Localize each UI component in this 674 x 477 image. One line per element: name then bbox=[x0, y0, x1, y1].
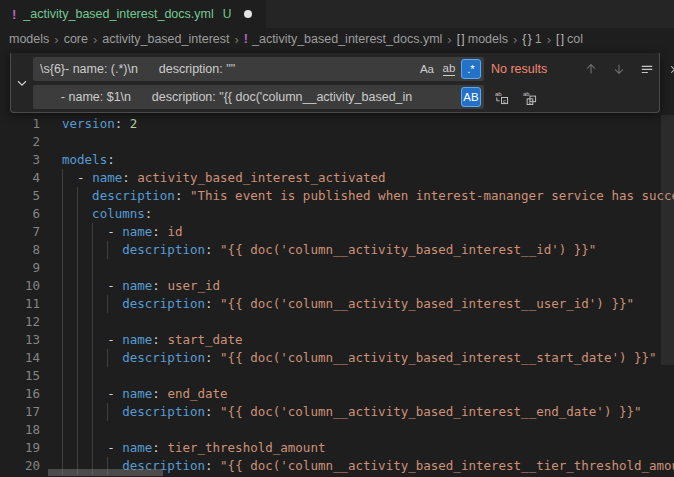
find-options: Aa ab .* bbox=[417, 59, 481, 79]
code-line-content[interactable]: - name: end_date bbox=[40, 385, 674, 403]
line-number[interactable]: 19 bbox=[0, 439, 40, 457]
code-line: 17 description: "{{ doc('column__activit… bbox=[0, 403, 674, 421]
line-number[interactable]: 7 bbox=[0, 223, 40, 241]
code-line-content[interactable]: - name: activity_based_interest_activate… bbox=[40, 169, 674, 187]
code-line-content[interactable]: description: "{{ doc('column__activity_b… bbox=[40, 295, 674, 313]
arrow-up-icon bbox=[584, 62, 598, 76]
code-line-content[interactable]: description: "This event is published wh… bbox=[40, 187, 674, 205]
breadcrumb-label: _activity_based_interest_docs.yml bbox=[252, 32, 442, 46]
find-in-selection-button[interactable] bbox=[636, 59, 657, 80]
indent-guide bbox=[77, 187, 78, 205]
whole-word-button[interactable]: ab bbox=[439, 59, 459, 79]
code-line: 14 description: "{{ doc('column__activit… bbox=[0, 349, 674, 367]
tab-activity-based-interest-docs[interactable]: ! _activity_based_interest_docs.yml U bbox=[0, 0, 267, 28]
code-line-content[interactable] bbox=[40, 367, 674, 385]
object-symbol-icon: { } bbox=[522, 32, 530, 46]
indent-guide bbox=[62, 367, 63, 385]
code-line: 15 bbox=[0, 367, 674, 385]
code-line-content[interactable]: version: 2 bbox=[40, 115, 674, 133]
code-line-content[interactable]: - name: user_id bbox=[40, 277, 674, 295]
close-icon bbox=[668, 63, 674, 76]
code-line-content[interactable] bbox=[40, 133, 674, 151]
line-number[interactable]: 9 bbox=[0, 259, 40, 277]
line-number[interactable]: 3 bbox=[0, 151, 40, 169]
breadcrumb-item-1[interactable]: { }1 bbox=[522, 32, 541, 46]
indent-guide bbox=[107, 241, 108, 259]
code-line: 9 bbox=[0, 259, 674, 277]
code-line-content[interactable]: - name: id bbox=[40, 223, 674, 241]
next-match-button[interactable] bbox=[608, 59, 629, 80]
line-number[interactable]: 5 bbox=[0, 187, 40, 205]
match-case-button[interactable]: Aa bbox=[417, 59, 437, 79]
replace-input-wrap: AB bbox=[33, 85, 484, 109]
indent-guide bbox=[77, 223, 78, 241]
vertical-scrollbar[interactable] bbox=[661, 115, 674, 365]
code-line: 5 description: "This event is published … bbox=[0, 187, 674, 205]
indent-guide bbox=[92, 295, 93, 313]
breadcrumb-label: models bbox=[9, 32, 49, 46]
previous-match-button[interactable] bbox=[580, 59, 601, 80]
replace-input[interactable] bbox=[33, 85, 484, 109]
line-number[interactable]: 14 bbox=[0, 349, 40, 367]
code-line-content[interactable]: description: "{{ doc('column__activity_b… bbox=[40, 349, 674, 367]
indent-guide bbox=[62, 223, 63, 241]
close-button[interactable] bbox=[664, 59, 674, 80]
code-line-content[interactable]: description: "{{ doc('column__activity_b… bbox=[40, 241, 674, 259]
breadcrumb-item-col[interactable]: [ ]col bbox=[556, 32, 583, 46]
replace-all-button[interactable]: abc bbox=[519, 87, 540, 108]
breadcrumb-item-_activity_based_interest_docs.yml[interactable]: !_activity_based_interest_docs.yml bbox=[244, 32, 443, 46]
code-line-content[interactable]: - name: start_date bbox=[40, 331, 674, 349]
replace-button[interactable]: abc bbox=[491, 87, 512, 108]
horizontal-scrollbar[interactable] bbox=[48, 469, 163, 476]
array-symbol-icon: [ ] bbox=[457, 32, 464, 46]
breadcrumb-item-core[interactable]: core bbox=[64, 32, 88, 46]
breadcrumb-item-models[interactable]: models bbox=[9, 32, 49, 46]
line-number[interactable]: 13 bbox=[0, 331, 40, 349]
code-line-content[interactable]: models: bbox=[40, 151, 674, 169]
code-line: 2 bbox=[0, 133, 674, 151]
line-number[interactable]: 20 bbox=[0, 457, 40, 475]
find-input-wrap: Aa ab .* bbox=[33, 57, 484, 81]
preserve-case-button[interactable]: AB bbox=[461, 87, 481, 107]
line-number[interactable]: 15 bbox=[0, 367, 40, 385]
indent-guide bbox=[77, 295, 78, 313]
code-line-content[interactable] bbox=[40, 421, 674, 439]
modified-dot-icon[interactable] bbox=[244, 10, 252, 18]
line-number[interactable]: 11 bbox=[0, 295, 40, 313]
line-number[interactable]: 18 bbox=[0, 421, 40, 439]
code-line-content[interactable] bbox=[40, 313, 674, 331]
line-number[interactable]: 17 bbox=[0, 403, 40, 421]
indent-guide bbox=[62, 385, 63, 403]
indent-guide bbox=[62, 331, 63, 349]
breadcrumb-item-models[interactable]: [ ]models bbox=[457, 32, 508, 46]
breadcrumb-label: 1 bbox=[535, 32, 542, 46]
indent-guide bbox=[62, 169, 63, 187]
indent-guide bbox=[77, 205, 78, 223]
code-line-content[interactable]: - name: tier_threshold_amount bbox=[40, 439, 674, 457]
toggle-replace-button[interactable] bbox=[11, 53, 32, 112]
indent-guide bbox=[92, 241, 93, 259]
line-number[interactable]: 2 bbox=[0, 133, 40, 151]
tab-bar: ! _activity_based_interest_docs.yml U bbox=[0, 0, 674, 28]
indent-guide bbox=[77, 331, 78, 349]
regex-button[interactable]: .* bbox=[461, 59, 481, 79]
yaml-file-icon: ! bbox=[12, 7, 16, 22]
line-number[interactable]: 8 bbox=[0, 241, 40, 259]
line-number[interactable]: 10 bbox=[0, 277, 40, 295]
line-number[interactable]: 1 bbox=[0, 115, 40, 133]
editor-code-area[interactable]: 1version: 223models:4 - name: activity_b… bbox=[0, 115, 674, 475]
code-line-content[interactable]: description: "{{ doc('column__activity_b… bbox=[40, 403, 674, 421]
line-number[interactable]: 16 bbox=[0, 385, 40, 403]
git-status-badge: U bbox=[223, 7, 232, 21]
code-line: 10 - name: user_id bbox=[0, 277, 674, 295]
indent-guide bbox=[92, 223, 93, 241]
line-number[interactable]: 12 bbox=[0, 313, 40, 331]
svg-text:c: c bbox=[503, 97, 506, 103]
line-number[interactable]: 6 bbox=[0, 205, 40, 223]
arrow-down-icon bbox=[612, 62, 626, 76]
code-line-content[interactable] bbox=[40, 259, 674, 277]
code-line-content[interactable]: columns: bbox=[40, 205, 674, 223]
breadcrumb-item-activity_based_interest[interactable]: activity_based_interest bbox=[102, 32, 229, 46]
line-number[interactable]: 4 bbox=[0, 169, 40, 187]
breadcrumb-label: activity_based_interest bbox=[102, 32, 229, 46]
